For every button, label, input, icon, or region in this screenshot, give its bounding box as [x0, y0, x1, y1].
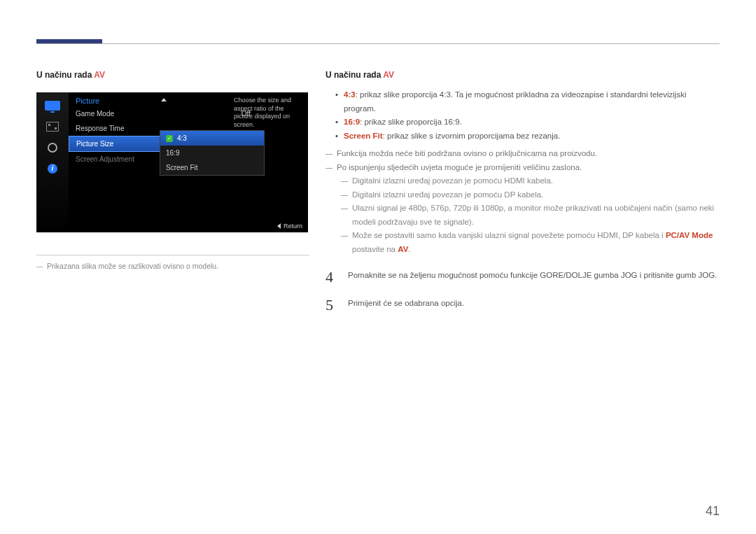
osd-label: Screen Adjustment — [76, 155, 134, 163]
sub-dash-list: Digitalni izlazni uređaj povezan je pomo… — [341, 174, 720, 256]
dash-text: Funkcija možda neće biti podržana ovisno… — [337, 147, 597, 161]
osd-footer: Return — [277, 223, 302, 230]
dash-icon — [341, 174, 348, 188]
sub-dash-text: Ulazni signal je 480p, 576p, 720p ili 10… — [352, 202, 720, 229]
osd-main: Picture Game Mode Off Response Time Pict… — [69, 92, 308, 232]
step-5: 5 Primijenit će se odabrana opcija. — [326, 297, 720, 313]
osd-submenu: ✓ 4:3 16:9 Screen Fit — [160, 130, 265, 176]
sub-dash-pre: Može se postaviti samo kada vanjski ulaz… — [352, 231, 666, 239]
sub-dash-2: Digitalni izlazni uređaj povezan je pomo… — [341, 188, 720, 202]
left-heading-av: AV — [94, 70, 105, 80]
osd-sidebar: i — [36, 92, 69, 232]
dash-icon — [341, 188, 348, 202]
osd-submenu-4-3: ✓ 4:3 — [160, 131, 264, 146]
bullet-bold: 4:3 — [344, 90, 356, 99]
bullet-icon — [335, 115, 338, 129]
sliders-icon — [46, 122, 59, 132]
osd-hint-text: Choose the size and aspect ratio of the … — [234, 97, 304, 129]
left-footnote: Prikazana slika može se razlikovati ovis… — [36, 261, 309, 272]
sub-dash-text: Digitalni izlazni uređaj povezan je pomo… — [352, 188, 543, 202]
step-number: 5 — [326, 297, 335, 313]
bullet-16-9: 16:9: prikaz slike proporcija 16:9. — [335, 115, 720, 129]
bullet-body: 16:9: prikaz slike proporcija 16:9. — [344, 115, 462, 129]
left-arrow-icon — [277, 223, 281, 229]
left-column: U načinu rada AV i Picture Game Mode Off… — [36, 70, 309, 272]
osd-label: Game Mode — [76, 110, 114, 118]
sub-dash-mid: postavite na — [352, 245, 398, 253]
bullet-icon — [335, 129, 338, 143]
dash-list: Funkcija možda neće biti podržana ovisno… — [326, 147, 720, 256]
monitor-icon — [45, 101, 60, 111]
sub-dash-bold1: PC/AV Mode — [666, 231, 713, 239]
sub-dash-1: Digitalni izlazni uređaj povezan je pomo… — [341, 174, 720, 188]
info-tab-icon: i — [43, 161, 62, 176]
sub-dash-post: . — [408, 245, 410, 253]
right-heading: U načinu rada AV — [326, 70, 720, 80]
footnote-text: Prikazana slika može se razlikovati ovis… — [47, 261, 218, 272]
gear-icon — [48, 143, 57, 153]
submenu-label: Screen Fit — [166, 164, 198, 171]
left-heading-text: U načinu rada — [36, 70, 94, 80]
header-divider — [36, 43, 720, 44]
right-heading-text: U načinu rada — [326, 70, 383, 80]
sub-dash-text: Digitalni izlazni uređaj povezan je pomo… — [352, 174, 553, 188]
osd-label: Response Time — [76, 125, 124, 132]
sub-dash-4: Može se postaviti samo kada vanjski ulaz… — [341, 229, 720, 256]
submenu-label: 16:9 — [166, 149, 179, 157]
dash-text: Po ispunjenju sljedećih uvjeta moguće je… — [337, 161, 582, 175]
step-text: Primijenit će se odabrana opcija. — [348, 297, 464, 313]
bullet-4-3: 4:3: prikaz slike proporcija 4:3. Ta je … — [335, 88, 720, 115]
osd-row-game-mode: Game Mode Off — [69, 106, 258, 121]
system-tab-icon — [43, 140, 62, 155]
check-icon: ✓ — [166, 135, 173, 142]
osd-label: Picture Size — [76, 140, 113, 148]
left-footnote-area: Prikazana slika može se razlikovati ovis… — [36, 255, 309, 272]
bullet-body: Screen Fit: prikaz slike s izvornim prop… — [344, 129, 560, 143]
bullet-bold: Screen Fit — [344, 132, 383, 140]
dash-icon — [341, 229, 348, 256]
return-label: Return — [284, 223, 302, 230]
bullet-body: 4:3: prikaz slike proporcija 4:3. Ta je … — [344, 88, 720, 115]
osd-screenshot: i Picture Game Mode Off Response Time Pi… — [36, 92, 308, 232]
bullet-icon — [335, 88, 338, 115]
submenu-label: 4:3 — [177, 134, 187, 142]
step-number: 4 — [326, 269, 335, 285]
sub-dash-3: Ulazni signal je 480p, 576p, 720p ili 10… — [341, 202, 720, 229]
bullet-text: : prikaz slike proporcija 4:3. Ta je mog… — [344, 90, 686, 113]
dash-icon — [326, 147, 332, 161]
bullet-screen-fit: Screen Fit: prikaz slike s izvornim prop… — [335, 129, 720, 143]
up-arrow-icon — [161, 98, 167, 101]
left-heading: U načinu rada AV — [36, 70, 309, 80]
right-heading-av: AV — [383, 70, 394, 80]
dash-icon — [326, 161, 332, 175]
bullet-list: 4:3: prikaz slike proporcija 4:3. Ta je … — [335, 88, 720, 143]
dash-icon — [36, 261, 46, 272]
dash-item-2: Po ispunjenju sljedećih uvjeta moguće je… — [326, 161, 720, 175]
step-text: Pomaknite se na željenu mogućnost pomoću… — [348, 269, 717, 285]
bullet-bold: 16:9 — [344, 118, 360, 126]
bullet-text: : prikaz slike proporcija 16:9. — [360, 118, 462, 126]
bullet-text: : prikaz slike s izvornim proporcijama b… — [383, 132, 561, 140]
sub-dash-bold2: AV — [398, 245, 408, 253]
picture-tab-icon — [43, 98, 62, 113]
step-4: 4 Pomaknite se na željenu mogućnost pomo… — [326, 269, 720, 285]
settings-tab-icon — [43, 119, 62, 134]
dash-icon — [341, 202, 348, 229]
info-icon: i — [48, 164, 57, 174]
dash-item-1: Funkcija možda neće biti podržana ovisno… — [326, 147, 720, 161]
osd-submenu-16-9: 16:9 — [160, 146, 264, 160]
right-column: U načinu rada AV 4:3: prikaz slike propo… — [326, 70, 720, 313]
page-number: 41 — [706, 504, 720, 519]
osd-submenu-screen-fit: Screen Fit — [160, 160, 264, 175]
sub-dash-body: Može se postaviti samo kada vanjski ulaz… — [352, 229, 720, 256]
